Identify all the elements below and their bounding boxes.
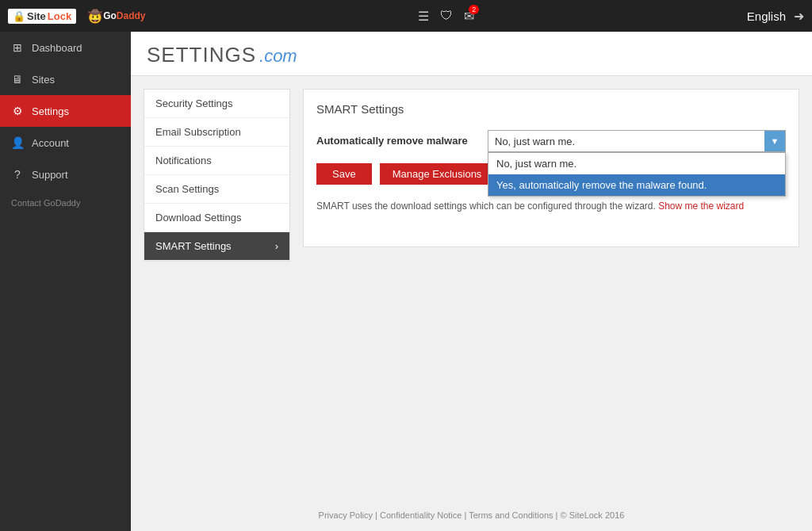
godaddy-text: GoDaddy [103,10,145,21]
panel-title: SMART Settings [316,102,786,116]
sidebar-item-settings[interactable]: ⚙ Settings [0,95,131,127]
top-navigation: 🔒SiteLock 🤠 GoDaddy ☰ 🛡 ✉ 2 English ➜ [0,0,812,32]
page-header: SETTINGS .com [131,32,812,76]
footer-copyright: | © SiteLock 2016 [556,510,625,520]
sidebar-item-support[interactable]: ? Support [0,159,131,190]
sidebar-item-dashboard[interactable]: ⊞ Dashboard [0,32,131,63]
page-title: SETTINGS [147,43,256,67]
main-layout: ⊞ Dashboard 🖥 Sites ⚙ Settings 👤 Account… [0,32,812,531]
settings-menu: Security Settings Email Subscription Not… [144,89,290,262]
confidentiality-link[interactable]: Confidentiality Notice [380,510,462,520]
malware-select-value: No, just warn me. [495,136,575,147]
godaddy-logo: 🤠 GoDaddy [87,9,145,24]
manage-exclusions-button[interactable]: Manage Exclusions [380,163,495,185]
sitelock-logo: 🔒SiteLock [8,9,76,24]
terms-link[interactable]: Terms and Conditions [469,510,553,520]
show-wizard-link[interactable]: Show me the wizard [658,201,744,212]
godaddy-hat-icon: 🤠 [87,9,103,24]
menu-item-notifications[interactable]: Notifications [144,147,289,175]
save-button[interactable]: Save [316,163,372,185]
notification-badge: 2 [469,5,479,14]
contact-godaddy-link[interactable]: Contact GoDaddy [0,190,131,216]
logout-icon[interactable]: ➜ [794,9,804,24]
info-text-content: SMART uses the download settings which c… [316,201,656,212]
top-nav-icons: ☰ 🛡 ✉ 2 [418,9,474,24]
content-area: SETTINGS .com Security Settings Email Su… [131,32,812,531]
sidebar-label-settings: Settings [32,105,69,117]
menu-item-scan[interactable]: Scan Settings [144,175,289,204]
sidebar-item-account[interactable]: 👤 Account [0,127,131,159]
sidebar: ⊞ Dashboard 🖥 Sites ⚙ Settings 👤 Account… [0,32,131,531]
notifications-icon[interactable]: ✉ 2 [464,9,474,24]
malware-select-wrap: No, just warn me. ▼ No, just warn me. Ye… [488,130,786,152]
language-label: English [747,10,786,23]
shield-icon[interactable]: 🛡 [440,9,453,23]
menu-item-smart[interactable]: SMART Settings › [144,232,289,261]
select-dropdown-arrow[interactable]: ▼ [764,131,785,151]
malware-form-label: Automatically remove malware [316,130,475,147]
menu-item-email[interactable]: Email Subscription [144,118,289,147]
support-icon: ? [11,168,24,181]
malware-select[interactable]: No, just warn me. ▼ [488,130,786,152]
top-nav-right: English ➜ [747,9,804,24]
menu-item-smart-label: SMART Settings [155,240,232,252]
dashboard-icon: ⊞ [11,41,24,54]
sidebar-label-support: Support [32,169,68,181]
malware-dropdown: No, just warn me. Yes, automatically rem… [488,152,786,197]
info-text: SMART uses the download settings which c… [316,201,786,212]
malware-form-row: Automatically remove malware No, just wa… [316,130,786,152]
menu-item-download[interactable]: Download Settings [144,204,289,232]
menu-item-smart-arrow: › [275,240,278,252]
settings-icon: ⚙ [11,105,24,117]
content-footer: Privacy Policy | Confidentiality Notice … [131,499,812,531]
menu-item-security[interactable]: Security Settings [144,90,289,118]
sites-icon: 🖥 [11,73,24,86]
menu-icon[interactable]: ☰ [418,9,429,24]
page-domain: .com [259,46,297,67]
top-nav-left: 🔒SiteLock 🤠 GoDaddy [8,9,146,24]
sidebar-label-account: Account [32,137,69,149]
sidebar-label-dashboard: Dashboard [32,42,82,54]
privacy-link[interactable]: Privacy Policy [319,510,373,520]
settings-panel: SMART Settings Automatically remove malw… [303,89,799,247]
sidebar-label-sites: Sites [32,74,55,86]
sidebar-item-sites[interactable]: 🖥 Sites [0,63,131,95]
settings-body: Security Settings Email Subscription Not… [131,76,812,499]
dropdown-option-warn[interactable]: No, just warn me. [488,153,785,174]
dropdown-option-auto[interactable]: Yes, automatically remove the malware fo… [488,174,785,196]
account-icon: 👤 [11,136,24,149]
